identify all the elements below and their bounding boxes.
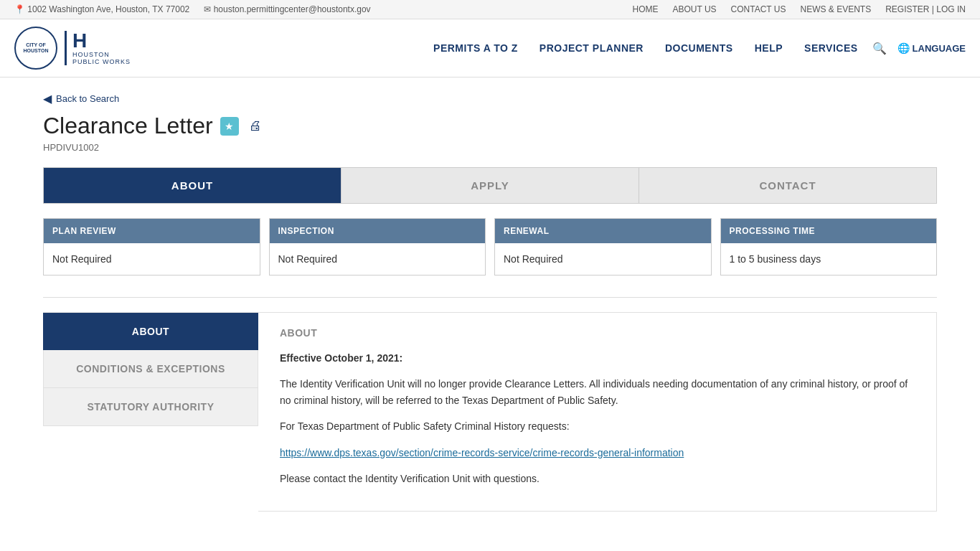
topnav-news[interactable]: NEWS & EVENTS xyxy=(801,4,872,14)
top-bar: 📍 1002 Washington Ave, Houston, TX 77002… xyxy=(0,0,980,19)
logo-text: H HOUSTONPUBLIC WORKS xyxy=(65,31,131,65)
card-renewal-header: RENEWAL xyxy=(495,219,711,243)
tab-row: ABOUT APPLY CONTACT xyxy=(43,167,937,204)
leftnav-about[interactable]: ABOUT xyxy=(43,312,258,350)
permit-code: HPDIVU1002 xyxy=(43,142,937,153)
content-para2: For Texas Department of Public Safety Cr… xyxy=(280,418,915,434)
lang-icon: 🌐 xyxy=(897,42,910,54)
favorite-icon[interactable]: ★ xyxy=(220,117,239,136)
dps-link[interactable]: https://www.dps.texas.gov/section/crime-… xyxy=(280,447,684,458)
logo-seal: CITY OFHOUSTON xyxy=(14,27,57,70)
content-section-title: ABOUT xyxy=(280,327,915,339)
lower-section: ABOUT CONDITIONS & EXCEPTIONS STATUTORY … xyxy=(43,312,937,512)
card-inspection: INSPECTION Not Required xyxy=(269,218,486,276)
section-divider xyxy=(43,297,937,298)
content-area: ◀ Back to Search Clearance Letter ★ 🖨 HP… xyxy=(0,77,980,526)
tab-apply[interactable]: APPLY xyxy=(341,168,639,203)
card-renewal: RENEWAL Not Required xyxy=(494,218,712,276)
search-button[interactable]: 🔍 xyxy=(872,42,887,55)
card-processing-time: PROCESSING TIME 1 to 5 business days xyxy=(720,218,938,276)
tab-contact[interactable]: CONTACT xyxy=(639,168,936,203)
card-processing-time-value: 1 to 5 business days xyxy=(721,243,937,275)
logo-area: CITY OFHOUSTON H HOUSTONPUBLIC WORKS xyxy=(14,27,131,70)
title-row: Clearance Letter ★ 🖨 xyxy=(43,113,937,139)
card-plan-review-header: PLAN REVIEW xyxy=(44,219,260,243)
left-nav: ABOUT CONDITIONS & EXCEPTIONS STATUTORY … xyxy=(43,312,258,512)
content-para3: Please contact the Identity Verification… xyxy=(280,471,915,486)
print-icon[interactable]: 🖨 xyxy=(246,117,265,136)
card-inspection-value: Not Required xyxy=(270,243,486,275)
nav-permits[interactable]: PERMITS A TO Z xyxy=(433,42,518,54)
nav-services[interactable]: SERVICES xyxy=(804,42,858,54)
content-link-para: https://www.dps.texas.gov/section/crime-… xyxy=(280,445,915,461)
nav-project-planner[interactable]: PROJECT PLANNER xyxy=(540,42,644,54)
card-plan-review-value: Not Required xyxy=(44,243,260,275)
logo-subtitle: HOUSTONPUBLIC WORKS xyxy=(72,51,131,65)
back-arrow-icon: ◀ xyxy=(43,92,52,105)
language-button[interactable]: 🌐 LANGUAGE xyxy=(897,42,966,54)
email-icon: ✉ xyxy=(204,4,211,14)
leftnav-conditions[interactable]: CONDITIONS & EXCEPTIONS xyxy=(43,350,258,388)
back-to-search-link[interactable]: ◀ Back to Search xyxy=(43,92,937,105)
nav-icons: 🔍 🌐 LANGUAGE xyxy=(872,42,966,55)
main-header: CITY OFHOUSTON H HOUSTONPUBLIC WORKS PER… xyxy=(0,19,980,77)
nav-help[interactable]: HELP xyxy=(755,42,783,54)
logo-h-letter: H xyxy=(72,31,131,51)
leftnav-statutory[interactable]: STATUTORY AUTHORITY xyxy=(43,388,258,426)
card-processing-time-header: PROCESSING TIME xyxy=(721,219,937,243)
info-cards: PLAN REVIEW Not Required INSPECTION Not … xyxy=(43,218,937,276)
language-label: LANGUAGE xyxy=(913,43,966,54)
topnav-about[interactable]: ABOUT US xyxy=(672,4,716,14)
main-nav: PERMITS A TO Z PROJECT PLANNER DOCUMENTS… xyxy=(433,42,858,54)
top-bar-left: 📍 1002 Washington Ave, Houston, TX 77002… xyxy=(14,4,371,14)
card-inspection-header: INSPECTION xyxy=(270,219,486,243)
topnav-home[interactable]: HOME xyxy=(632,4,658,14)
topnav-contact[interactable]: CONTACT US xyxy=(731,4,786,14)
top-bar-right[interactable]: HOME ABOUT US CONTACT US NEWS & EVENTS R… xyxy=(632,4,966,14)
content-highlight: Effective October 1, 2021: xyxy=(280,350,915,366)
card-renewal-value: Not Required xyxy=(495,243,711,275)
tab-about[interactable]: ABOUT xyxy=(44,168,341,203)
address: 📍 1002 Washington Ave, Houston, TX 77002 xyxy=(14,4,189,14)
card-plan-review: PLAN REVIEW Not Required xyxy=(43,218,260,276)
right-content: ABOUT Effective October 1, 2021: The Ide… xyxy=(258,312,937,512)
pin-icon: 📍 xyxy=(14,4,25,14)
content-para1: The Identity Verification Unit will no l… xyxy=(280,376,915,408)
back-label: Back to Search xyxy=(56,93,119,104)
page-title: Clearance Letter xyxy=(43,113,213,139)
topnav-register[interactable]: REGISTER | LOG IN xyxy=(885,4,966,14)
nav-documents[interactable]: DOCUMENTS xyxy=(665,42,733,54)
email-contact: ✉ houston.permittingcenter@houstontx.gov xyxy=(204,4,370,14)
